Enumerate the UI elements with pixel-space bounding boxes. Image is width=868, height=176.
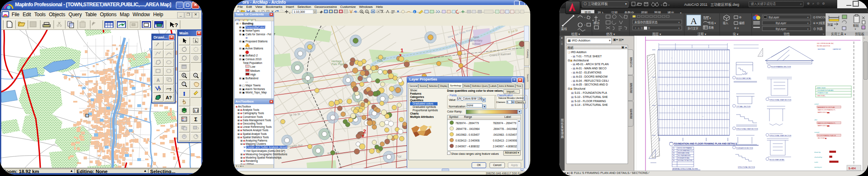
svg-text:CASPER WY: CASPER WY [833, 49, 841, 50]
svg-text:MAIN FLOOR FRAMING PL: MAIN FLOOR FRAMING PL [818, 109, 836, 111]
svg-text:WOOD STAIR DETAIL: WOOD STAIR DETAIL [769, 159, 784, 161]
svg-text:S1: S1 [673, 147, 675, 149]
svg-text:warning on:: warning on: [814, 166, 822, 168]
svg-text:□: □ [673, 108, 674, 110]
svg-text:?: ? [169, 88, 171, 91]
svg-text:多行文字: 多行文字 [687, 27, 699, 30]
svg-text:□: □ [709, 79, 710, 81]
svg-text:♀ ☼ ⚿ ⬜ 0: ♀ ☼ ⚿ ⬜ 0 [634, 26, 650, 30]
svg-text:表格: 表格 [708, 26, 714, 29]
svg-text:i: i [414, 10, 415, 13]
svg-text:IRD RES. ADDITION: IRD RES. ADDITION [817, 45, 830, 47]
svg-text:scale:: scale: [814, 161, 818, 163]
svg-text:⊖ 列表: ⊖ 列表 [813, 27, 823, 31]
svg-text:FOUNDATION SECTION: FOUNDATION SECTION [736, 147, 753, 149]
svg-text:⟲: ⟲ [354, 10, 357, 14]
svg-text:SILL PLATE ANCHOR: SILL PLATE ANCHOR [678, 155, 691, 156]
svg-text:S-404: S-404 [848, 167, 856, 170]
svg-text:▾: ▾ [584, 29, 586, 31]
svg-text:FOUNDATION AND FLOOR FRAMING P: FOUNDATION AND FLOOR FRAMING PLAN AND DE… [674, 142, 737, 145]
svg-text:□: □ [696, 63, 697, 64]
svg-text:TYP WALL SECTION: TYP WALL SECTION [736, 106, 751, 108]
svg-text:1:10,300: 1:10,300 [294, 10, 305, 13]
svg-text:□: □ [684, 123, 685, 125]
svg-text:线性 ▾: 线性 ▾ [703, 16, 711, 20]
svg-text:A: A [690, 16, 697, 26]
svg-text:3 SECTIONS ▪: 3 SECTIONS ▪ [817, 95, 826, 97]
svg-text:STRUCTURAL STAIR SECTION: STRUCTURAL STAIR SECTION [736, 128, 758, 130]
svg-text:直线: 直线 [561, 27, 567, 30]
svg-text:?: ? [183, 82, 185, 86]
svg-text:BASEMENT FLOOR PLAN: BASEMENT FLOOR PLAN [818, 107, 835, 108]
svg-text:SECTIONS ▆: SECTIONS ▆ [818, 137, 826, 139]
svg-text:ByLayer: ByLayer [776, 27, 786, 31]
svg-text:RIM BOARD DETAIL: RIM BOARD DETAIL [678, 152, 690, 154]
svg-text:□: □ [667, 85, 668, 87]
svg-text:⊜ ▾ |线宽 0: ⊜ ▾ |线宽 0 [813, 21, 828, 25]
svg-text:FLOOR FRAMING PLAN DE: FLOOR FRAMING PLAN DE [818, 135, 836, 137]
svg-text:drawn by:: drawn by: [814, 152, 821, 153]
svg-text:ByLayer: ByLayer [769, 16, 779, 19]
svg-text:School: School [472, 42, 480, 45]
svg-text:after: after [814, 119, 818, 121]
svg-text:⚙ ▾: ⚙ ▾ [734, 27, 739, 29]
svg-text:测量: 测量 [827, 23, 833, 27]
svg-text:STRUCTURAL SECTION: STRUCTURAL SECTION [738, 166, 755, 168]
svg-text:▾: ▾ [678, 21, 680, 24]
svg-text:▾: ▾ [636, 4, 637, 6]
svg-text:⚙: ⚙ [739, 16, 742, 19]
svg-text:1 FOUNDATION PLAN AND: 1 FOUNDATION PLAN AND [817, 90, 834, 91]
svg-text:□: □ [717, 101, 718, 103]
svg-text:ByLayer: ByLayer [776, 22, 786, 25]
svg-text:S6: S6 [673, 160, 675, 161]
svg-text:□: □ [680, 73, 680, 74]
svg-text:For: For [396, 154, 402, 159]
svg-text:checked by:: checked by: [814, 156, 822, 158]
svg-text:▾: ▾ [855, 28, 856, 30]
svg-text:S2: S2 [673, 150, 675, 152]
svg-text:□: □ [692, 93, 693, 94]
svg-text:▾: ▾ [661, 4, 662, 6]
svg-text:241 CPP/RODDIE INC: 241 CPP/RODDIE INC [817, 42, 834, 44]
svg-text:STRUCTURAL STAIR SECTION: STRUCTURAL STAIR SECTION [769, 135, 791, 137]
svg-text:?: ? [158, 88, 161, 91]
svg-text:引线 ▾: 引线 ▾ [708, 21, 716, 25]
svg-text:Park Plaza: Park Plaza [331, 63, 345, 66]
svg-text:▾: ▾ [807, 28, 809, 30]
svg-text:STRUCTURAL STAIR SECTION: STRUCTURAL STAIR SECTION [769, 99, 791, 101]
svg-text:2 FRAMING PLAN: 2 FRAMING PLAN [817, 92, 828, 94]
svg-text:WOOD JOIST FRAMING: WOOD JOIST FRAMING [678, 147, 692, 149]
svg-text:S3: S3 [673, 152, 675, 154]
svg-text:编辑: 编辑 [739, 21, 745, 25]
svg-text:FLOOR SHEATHING T+G: FLOOR SHEATHING T+G [678, 150, 693, 152]
svg-text:▾: ▾ [584, 16, 586, 19]
svg-text:▾: ▾ [807, 22, 809, 24]
svg-text:1: 1 [401, 47, 403, 54]
svg-text:粘贴: 粘贴 [853, 24, 859, 27]
svg-text:GENERAL STRUCTURAL NOTES: GENERAL STRUCTURAL NOTES [672, 168, 698, 170]
svg-text:▾: ▾ [807, 16, 809, 19]
svg-text:□: □ [702, 116, 703, 117]
svg-text:BARFOODS 3 ▆▆: BARFOODS 3 ▆▆ [818, 125, 829, 127]
svg-text:2: 2 [363, 128, 366, 134]
svg-text:▾: ▾ [584, 24, 586, 26]
svg-text:Elementary: Elementary [469, 39, 483, 42]
svg-text:BARFOODS 3 ▆▆: BARFOODS 3 ▆▆ [818, 112, 829, 113]
svg-text:1 2: 1 2 [194, 109, 199, 112]
svg-text:FOOTING TYP SECTION: FOOTING TYP SECTION [678, 160, 692, 161]
svg-text:▾: ▾ [834, 27, 835, 29]
svg-text:SHOP/RES: SHOP/RES [818, 49, 825, 50]
svg-text:Nash: Nash [473, 36, 480, 39]
svg-text:FOUNDATION WALL: FOUNDATION WALL [678, 157, 690, 159]
svg-text:MAIN FLOOR FRAMING PL: MAIN FLOOR FRAMING PL [818, 122, 836, 124]
svg-text:S4: S4 [673, 155, 675, 156]
svg-text:untied: untied [814, 103, 819, 105]
svg-text:Park: Park [377, 59, 383, 62]
svg-text:ROOF FRAMING SECTION: ROOF FRAMING SECTION [771, 66, 791, 68]
svg-text:?: ? [159, 94, 161, 98]
svg-text:插入: 插入 [723, 21, 729, 25]
svg-text:WOOD STAIR DETAIL: WOOD STAIR DETAIL [736, 78, 751, 79]
svg-text:▾: ▾ [678, 27, 680, 29]
svg-text:□: □ [671, 57, 672, 59]
svg-text:?: ? [175, 22, 178, 28]
